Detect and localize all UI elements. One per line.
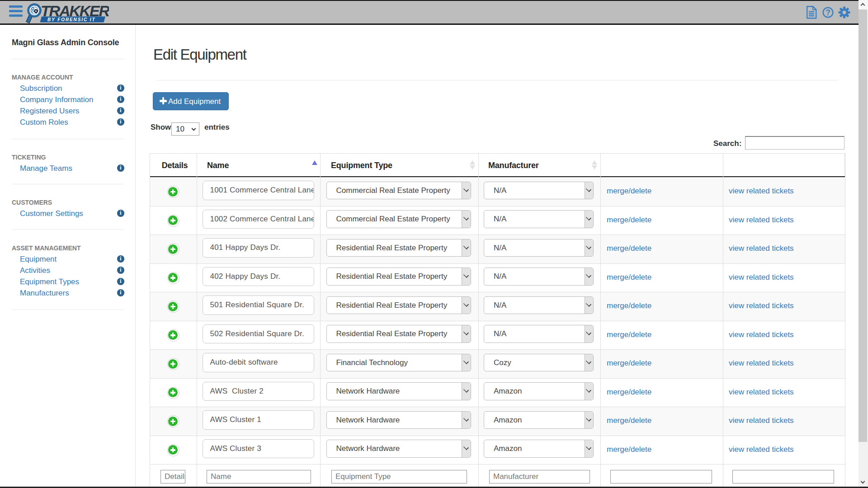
svg-text:?: ? xyxy=(826,8,830,17)
